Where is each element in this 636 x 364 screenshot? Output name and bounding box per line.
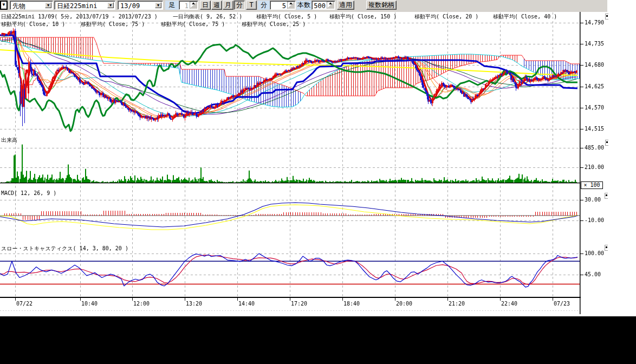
price_tick_labels-tick-label: 14,515 — [585, 126, 604, 132]
x-axis-tick-label: 17:20 — [291, 301, 307, 307]
weekly-button[interactable]: 週 — [211, 1, 222, 10]
contract-combobox-value: 13/09 — [120, 2, 140, 10]
volume-multiplier-badge: × 100 — [581, 181, 603, 189]
bar-count-value: 500 — [314, 2, 326, 10]
price_tick_labels-tick-label: 14,680 — [585, 62, 604, 68]
category-combobox-value: 先物 — [12, 2, 25, 10]
contract-combobox[interactable]: 13/09 ▼ — [118, 1, 163, 10]
minute-value-input[interactable]: 5 — [270, 1, 296, 10]
volume_tick_labels-tick-label: 485.00 — [585, 145, 604, 151]
minute-button[interactable]: 分 — [234, 1, 245, 10]
spinner-icon[interactable] — [287, 2, 295, 9]
x-axis-tick-label: 14:40 — [238, 301, 255, 307]
apply-button[interactable]: 適用 — [337, 1, 354, 10]
symbol-combobox[interactable]: 日経225mini ▼ — [54, 1, 115, 10]
x-axis-tick-label: 07/22 — [16, 301, 33, 307]
volume-multiplier-text: × 100 — [583, 182, 600, 188]
monthly-button[interactable]: 月 — [223, 1, 233, 10]
multi-symbol-button[interactable]: 複数銘柄 — [366, 1, 397, 10]
spinner-icon[interactable] — [190, 2, 197, 9]
price_tick_labels-tick-label: 14,735 — [585, 41, 604, 47]
contract-dropdown-arrow-icon[interactable]: ▼ — [155, 2, 161, 8]
toolbar: ▼ 先物 ▼ 日経225mini ▼ 13/09 ▼ 足 1 日 週 月 分 T… — [0, 0, 607, 12]
x-axis-tick-label: 07/23 — [554, 301, 570, 307]
legend-item: 移動平均( Close, 25 ) — [242, 21, 306, 28]
legend-item: 日経225mini 13/09( 5分, 2013/07/19 - 2013/0… — [1, 13, 158, 21]
price_tick_labels-tick-label: 14,570 — [585, 105, 604, 110]
daily-button[interactable]: 日 — [200, 1, 211, 10]
x-axis-tick-label: 21:20 — [449, 301, 465, 307]
stoch-pane-icon[interactable] — [605, 245, 608, 251]
legend-item: 移動平均( Close, 10 ) — [1, 21, 65, 28]
bar-count-label: 本数 — [296, 1, 311, 10]
x-axis-tick-label: 22:40 — [501, 301, 517, 307]
x-axis-tick-label: 20:00 — [396, 301, 412, 307]
legend-item: 移動平均( Close, 5 ) — [256, 13, 317, 21]
price-pane-icon[interactable] — [605, 14, 608, 20]
stoch-pane-label: スロー・ストキャスティクス( 14, 3, 80, 20 ) — [1, 245, 128, 252]
stoch_tick_labels-tick-label: 45.00 — [585, 271, 601, 277]
volume-pane-icon[interactable] — [605, 140, 608, 146]
spinner-icon[interactable] — [327, 2, 334, 9]
legend-item: 移動平均( Close, 150 ) — [329, 13, 397, 21]
x-axis-tick-label: 10:40 — [81, 301, 98, 307]
symbol-combobox-value: 日経225mini — [57, 2, 98, 10]
bottom-black-strip — [0, 316, 636, 364]
volume-pane-label: 出来高 — [1, 136, 17, 144]
chart-application: ▼ 先物 ▼ 日経225mini ▼ 13/09 ▼ 足 1 日 週 月 分 T… — [0, 0, 636, 364]
bar-interval-input[interactable]: 1 — [179, 1, 198, 10]
bar-type-label: 足 — [165, 1, 179, 10]
legend-item: 移動平均( Close, 20 ) — [414, 13, 478, 21]
legend-item: 移動平均( Close, 40 ) — [493, 13, 557, 21]
bar-interval-value: 1 — [185, 2, 189, 10]
volume_tick_labels-tick-label: 210.00 — [585, 164, 604, 170]
partial-combobox-arrow-icon[interactable]: ▼ — [0, 1, 8, 10]
macd_tick_labels-tick-label: 30.00 — [585, 197, 601, 203]
x-axis-tick-label: 18:40 — [343, 301, 360, 307]
minute-unit-label: 分 — [258, 1, 270, 10]
legend-item: 移動平均( Close, 75 ) — [161, 21, 225, 28]
price_tick_labels-tick-label: 14,790 — [585, 20, 604, 25]
chart-canvas[interactable] — [0, 0, 636, 364]
price_tick_labels-tick-label: 14,625 — [585, 83, 604, 89]
x-axis-tick-label: 12:00 — [133, 301, 150, 307]
category-dropdown-arrow-icon[interactable]: ▼ — [45, 2, 51, 8]
category-combobox[interactable]: 先物 ▼ — [10, 1, 53, 10]
x-axis-tick-label: 13:20 — [186, 301, 202, 307]
bar-count-input[interactable]: 500 — [311, 1, 335, 10]
legend-item: 移動平均( Close, 75 ) — [81, 21, 145, 28]
symbol-dropdown-arrow-icon[interactable]: ▼ — [107, 2, 114, 8]
macd_tick_labels-tick-label: -10.00 — [585, 217, 604, 223]
legend-item: 一目均衡表( 9, 26, 52 ) — [173, 13, 242, 21]
tick-button[interactable]: T — [246, 1, 257, 10]
minute-value: 5 — [282, 2, 286, 10]
macd-pane-label: MACD( 12, 26, 9 ) — [1, 190, 56, 196]
macd-pane-icon[interactable] — [605, 193, 608, 199]
stoch_tick_labels-tick-label: 100.00 — [585, 250, 604, 256]
